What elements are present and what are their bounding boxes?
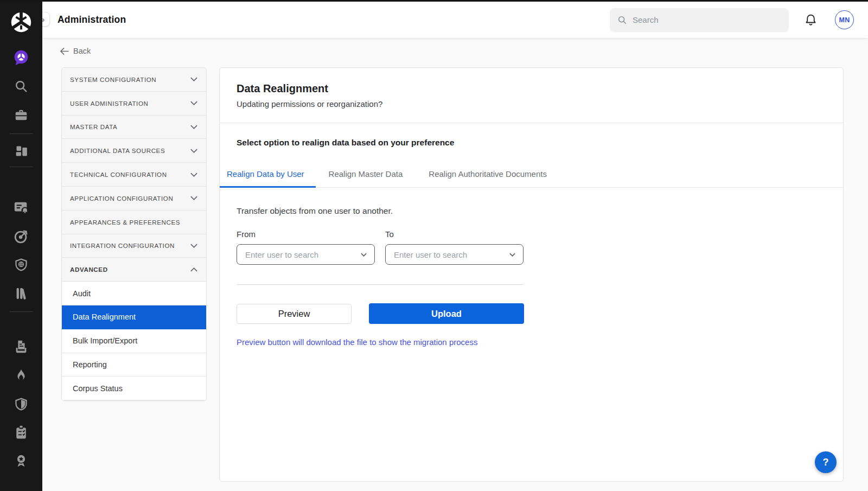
menu-section-label: APPEARANCES & PREFERENCES bbox=[70, 219, 180, 226]
page-title: Administration bbox=[58, 14, 126, 25]
from-user-select[interactable]: Enter user to search bbox=[237, 244, 375, 265]
menu-section-label: TECHNICAL CONFIGURATION bbox=[70, 171, 167, 178]
global-search[interactable] bbox=[610, 8, 789, 32]
from-user-placeholder: Enter user to search bbox=[245, 250, 318, 259]
assistant-bubble-icon[interactable] bbox=[10, 47, 32, 68]
rail-divider bbox=[9, 133, 33, 134]
search-icon bbox=[617, 15, 627, 25]
tab-realign-authoritative-documents[interactable]: Realign Authoritative Documents bbox=[416, 162, 560, 188]
menu-section-label: SYSTEM CONFIGURATION bbox=[70, 76, 156, 83]
shield-half-icon[interactable] bbox=[10, 393, 32, 415]
to-user-select[interactable]: Enter user to search bbox=[385, 244, 524, 265]
menu-section-application-configuration[interactable]: APPLICATION CONFIGURATION bbox=[62, 187, 206, 211]
realign-by-user-panel: Transfer objects from one user to anothe… bbox=[220, 188, 843, 347]
card-notification-icon[interactable] bbox=[10, 196, 32, 218]
menu-section-integration-configuration[interactable]: INTEGRATION CONFIGURATION bbox=[62, 234, 206, 258]
target-icon[interactable] bbox=[10, 226, 32, 247]
data-realignment-card: Data Realignment Updating permissions or… bbox=[219, 67, 844, 482]
clipboard-check-icon[interactable] bbox=[10, 422, 32, 443]
realign-tabs: Realign Data by UserRealign Master DataR… bbox=[220, 162, 843, 188]
dashboard-grid-icon[interactable] bbox=[10, 139, 32, 161]
chevron-down-icon bbox=[190, 125, 197, 129]
rail-divider bbox=[9, 167, 33, 167]
menu-section-label: ADVANCED bbox=[70, 266, 108, 273]
menu-section-master-data[interactable]: MASTER DATA bbox=[62, 116, 206, 139]
brand-logo-icon bbox=[9, 9, 34, 35]
back-label: Back bbox=[73, 47, 91, 55]
section-heading: Select option to realign data based on y… bbox=[220, 123, 843, 148]
card-header: Data Realignment Updating permissions or… bbox=[220, 68, 843, 123]
chevron-down-icon bbox=[361, 253, 367, 257]
card-subtitle: Updating permissions or reorganization? bbox=[237, 99, 826, 109]
preview-button[interactable]: Preview bbox=[237, 304, 352, 324]
library-books-icon[interactable] bbox=[10, 282, 32, 304]
menu-item-bulk-import-export[interactable]: Bulk Import/Export bbox=[62, 329, 206, 353]
document-scan-icon[interactable] bbox=[10, 336, 32, 358]
panel-description: Transfer objects from one user to anothe… bbox=[237, 206, 826, 216]
briefcase-icon[interactable] bbox=[10, 104, 32, 126]
menu-item-corpus-status[interactable]: Corpus Status bbox=[62, 377, 206, 400]
menu-section-additional-data-sources[interactable]: ADDITIONAL DATA SOURCES bbox=[62, 139, 206, 163]
menu-section-label: APPLICATION CONFIGURATION bbox=[70, 195, 173, 202]
search-icon[interactable] bbox=[10, 75, 32, 97]
notifications-bell-icon[interactable] bbox=[804, 13, 818, 27]
chevron-down-icon bbox=[509, 253, 515, 257]
chevron-up-icon bbox=[190, 267, 197, 272]
preview-note: Preview button will download the file to… bbox=[237, 337, 826, 347]
menu-section-label: USER ADMINISTRATION bbox=[70, 100, 149, 107]
chevron-down-icon bbox=[190, 196, 197, 200]
menu-item-reporting[interactable]: Reporting bbox=[62, 353, 206, 377]
tab-realign-master-data[interactable]: Realign Master Data bbox=[316, 162, 416, 188]
rail-divider bbox=[9, 311, 33, 312]
menu-section-appearances-preferences[interactable]: APPEARANCES & PREFERENCES bbox=[62, 211, 206, 234]
menu-section-label: MASTER DATA bbox=[70, 123, 117, 130]
chevron-down-icon bbox=[190, 173, 197, 177]
to-label: To bbox=[385, 229, 524, 239]
menu-section-technical-configuration[interactable]: TECHNICAL CONFIGURATION bbox=[62, 163, 206, 187]
menu-section-label: INTEGRATION CONFIGURATION bbox=[70, 242, 175, 249]
menu-section-label: ADDITIONAL DATA SOURCES bbox=[70, 147, 165, 154]
to-user-placeholder: Enter user to search bbox=[394, 250, 467, 259]
icon-rail bbox=[0, 0, 42, 491]
menu-item-data-realignment[interactable]: Data Realignment bbox=[62, 305, 206, 329]
shield-globe-icon[interactable] bbox=[10, 254, 32, 276]
help-button[interactable]: ? bbox=[815, 451, 837, 473]
chevron-down-icon bbox=[190, 149, 197, 153]
user-avatar[interactable]: MN bbox=[835, 10, 854, 29]
from-label: From bbox=[237, 229, 375, 239]
award-badge-icon[interactable] bbox=[10, 450, 32, 471]
upload-button[interactable]: Upload bbox=[369, 303, 524, 324]
chevron-down-icon bbox=[190, 101, 197, 105]
menu-section-system-configuration[interactable]: SYSTEM CONFIGURATION bbox=[62, 68, 206, 92]
admin-settings-menu: SYSTEM CONFIGURATIONUSER ADMINISTRATIONM… bbox=[61, 67, 207, 401]
menu-item-audit[interactable]: Audit bbox=[62, 282, 206, 305]
menu-section-user-administration[interactable]: USER ADMINISTRATION bbox=[62, 92, 206, 116]
menu-section-advanced[interactable]: ADVANCED bbox=[62, 258, 206, 282]
chevron-down-icon bbox=[190, 244, 197, 248]
back-arrow-icon bbox=[60, 48, 69, 55]
flame-icon[interactable] bbox=[10, 365, 32, 386]
card-title: Data Realignment bbox=[237, 82, 826, 95]
top-header: » Administration MN bbox=[42, 2, 868, 38]
search-input[interactable] bbox=[633, 15, 774, 24]
form-divider bbox=[237, 284, 524, 285]
back-link[interactable]: Back bbox=[60, 47, 91, 55]
window-top-strip bbox=[0, 0, 868, 2]
chevron-down-icon bbox=[190, 77, 197, 81]
tab-realign-data-by-user[interactable]: Realign Data by User bbox=[220, 162, 316, 188]
